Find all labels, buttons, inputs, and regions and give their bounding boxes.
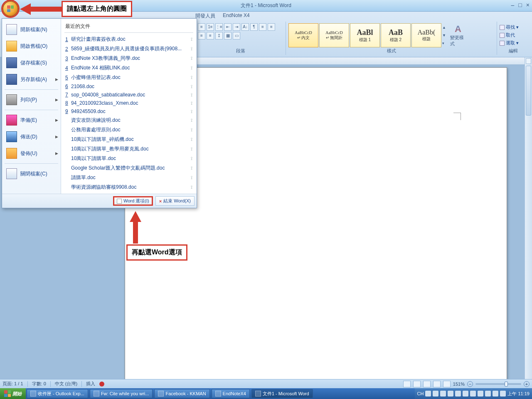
restore-button[interactable]: □: [518, 2, 522, 8]
recent-document-item[interactable]: 5小蜜蜂借用登記表.doc⟟: [64, 73, 193, 82]
shading-icon[interactable]: ▦: [224, 32, 232, 39]
recent-document-item[interactable]: 4EndNote X4 相關LINK.doc⟟: [64, 63, 193, 73]
status-language[interactable]: 中文 (台灣): [55, 381, 77, 387]
styles-down-icon[interactable]: ▼: [442, 33, 448, 37]
zoom-slider-knob[interactable]: [505, 382, 508, 387]
recent-document-item[interactable]: 621068.doc⟟: [64, 82, 193, 91]
recent-document-item[interactable]: 894_20100923class_Xmen.doc⟟: [64, 99, 193, 107]
tray-icon[interactable]: [485, 391, 491, 397]
line-spacing-icon[interactable]: ‡: [215, 32, 223, 39]
ime-indicator[interactable]: CH: [417, 391, 424, 396]
sort-icon[interactable]: A↓: [241, 23, 249, 31]
style-nospacing[interactable]: AaBbCcD↵ 無間距: [319, 23, 349, 47]
menu-publish[interactable]: 發佈(U)▶: [2, 145, 61, 162]
zoom-slider[interactable]: [475, 383, 521, 385]
recent-document-item[interactable]: 資安攻防演練說明.doc⟟: [64, 116, 193, 125]
pin-icon[interactable]: ⟟: [191, 185, 192, 190]
taskbar-outlook[interactable]: 收件匣 - Outlook Exp...: [27, 389, 88, 398]
tray-icon[interactable]: [470, 391, 476, 397]
menu-open[interactable]: 開啟舊檔(O): [2, 38, 61, 54]
menu-save-as[interactable]: 另存新檔(A)▶: [2, 71, 61, 88]
pin-icon[interactable]: ⟟: [191, 46, 192, 52]
status-insert-mode[interactable]: 插入: [86, 381, 95, 387]
recent-document-item[interactable]: 9949245509.doc⟟: [64, 107, 193, 116]
pin-icon[interactable]: ⟟: [191, 109, 192, 114]
pin-icon[interactable]: ⟟: [191, 146, 192, 152]
recent-document-item[interactable]: 7sop_004008_sabbaticalleave.doc⟟: [64, 91, 193, 99]
replace-button[interactable]: 取代: [500, 32, 526, 38]
menu-print[interactable]: 列印(P)▶: [2, 91, 61, 108]
view-draft-icon[interactable]: [443, 381, 451, 387]
menu-send[interactable]: 傳送(D)▶: [2, 128, 61, 145]
find-button[interactable]: 尋找 ▾: [500, 24, 526, 30]
tray-icon[interactable]: [463, 391, 468, 397]
zoom-level[interactable]: 151%: [453, 382, 465, 387]
borders-icon[interactable]: ▭: [233, 32, 240, 39]
pin-icon[interactable]: ⟟: [191, 118, 192, 123]
zoom-in-button[interactable]: +: [524, 381, 530, 387]
pin-icon[interactable]: ⟟: [191, 137, 192, 142]
recent-document-item[interactable]: 25859_績優職員及約用人員選拔優良事蹟表(9908...⟟: [64, 44, 193, 54]
select-button[interactable]: 選取 ▾: [500, 40, 526, 46]
menu-save[interactable]: 儲存檔案(S): [2, 54, 61, 71]
recent-document-item[interactable]: 1研究計畫用書簽收表.doc⟟: [64, 34, 193, 44]
view-web-icon[interactable]: [423, 381, 431, 387]
pin-icon[interactable]: ⟟: [191, 65, 192, 71]
view-print-layout-icon[interactable]: [403, 381, 411, 387]
view-outline-icon[interactable]: [433, 381, 441, 387]
menu-new[interactable]: 開新檔案(N): [2, 21, 61, 38]
recent-document-item[interactable]: 3EndNote X3教學講義_同學.doc⟟: [64, 54, 193, 63]
tab-developer[interactable]: 開發人員: [195, 12, 215, 20]
taskbar-mail[interactable]: Fw: Cite while you wri...: [90, 389, 153, 398]
align-center-icon[interactable]: ≡: [268, 23, 275, 31]
pin-icon[interactable]: ⟟: [191, 75, 192, 80]
tray-icon[interactable]: [493, 391, 498, 397]
recent-document-item[interactable]: 請購單.doc⟟: [64, 173, 193, 182]
align-right-icon[interactable]: ≡: [198, 32, 205, 39]
tray-icon[interactable]: [440, 391, 446, 397]
recent-document-item[interactable]: 10萬以下請購單.doc⟟: [64, 154, 193, 163]
recent-document-item[interactable]: 10萬以下請購單_碎紙機.doc⟟: [64, 135, 193, 144]
pin-icon[interactable]: ⟟: [191, 37, 192, 42]
menu-prepare[interactable]: 準備(E)▶: [2, 112, 61, 128]
style-normal[interactable]: AaBbCcD↵ 內文: [288, 23, 318, 47]
pin-icon[interactable]: ⟟: [191, 127, 192, 133]
pin-icon[interactable]: ⟟: [191, 56, 192, 61]
pin-icon[interactable]: ⟟: [191, 165, 192, 171]
status-word-count[interactable]: 字數: 0: [32, 381, 46, 387]
vertical-scrollbar[interactable]: [525, 57, 532, 382]
start-button[interactable]: 開始: [0, 388, 26, 399]
menu-close[interactable]: 關閉檔案(C): [2, 165, 61, 182]
zoom-out-button[interactable]: −: [467, 381, 473, 387]
minimize-button[interactable]: –: [511, 2, 515, 8]
word-options-button[interactable]: Word 選項(I): [113, 196, 153, 206]
multilevel-list-icon[interactable]: ⋮≡: [215, 23, 223, 31]
tray-icon[interactable]: [478, 391, 483, 397]
indent-decrease-icon[interactable]: ⇤: [224, 23, 232, 31]
tray-icon[interactable]: [448, 391, 453, 397]
scrollbar-thumb[interactable]: [526, 66, 531, 116]
pin-icon[interactable]: ⟟: [191, 175, 192, 180]
tab-endnote[interactable]: EndNote X4: [223, 12, 250, 20]
recent-document-item[interactable]: 10萬以下請購單_教學用麥克風.doc⟟: [64, 144, 193, 154]
close-button[interactable]: ×: [526, 2, 530, 8]
recent-document-item[interactable]: 公務用書處理原則.doc⟟: [64, 125, 193, 135]
style-heading1[interactable]: AaBl標題 1: [350, 23, 380, 47]
view-fullscreen-icon[interactable]: [413, 381, 421, 387]
tray-icon[interactable]: [455, 391, 461, 397]
ruler-toggle-icon[interactable]: [526, 58, 531, 64]
style-heading2[interactable]: AaB標題 2: [381, 23, 411, 47]
tray-icon[interactable]: [500, 391, 506, 397]
pin-icon[interactable]: ⟟: [191, 92, 192, 98]
style-title[interactable]: AaBb(標題: [411, 23, 441, 47]
list-icon[interactable]: ≡: [198, 23, 205, 31]
office-button[interactable]: [2, 1, 18, 17]
tray-icon[interactable]: [433, 391, 438, 397]
styles-more-icon[interactable]: ▾: [442, 41, 448, 45]
status-record-icon[interactable]: [99, 382, 104, 387]
exit-word-button[interactable]: ×結束 Word(X): [155, 196, 195, 206]
taskbar-folder[interactable]: EndNoteX4: [212, 389, 250, 398]
numbered-list-icon[interactable]: 1≡: [207, 23, 214, 31]
indent-increase-icon[interactable]: ⇥: [233, 23, 240, 31]
taskbar-word[interactable]: 文件1 - Microsoft Word: [251, 389, 313, 398]
